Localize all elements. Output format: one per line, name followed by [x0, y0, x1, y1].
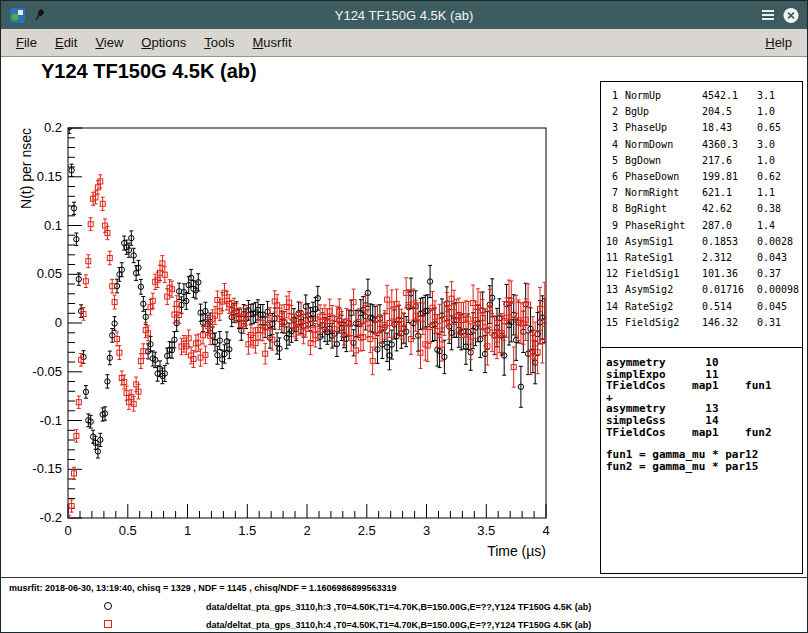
param-row: 2BgUp204.51.0	[604, 104, 799, 120]
menu-edit[interactable]: Edit	[46, 30, 86, 55]
svg-text:0.15: 0.15	[37, 169, 62, 184]
svg-text:1.5: 1.5	[238, 523, 256, 538]
window-menu-icon[interactable]	[760, 7, 776, 23]
pin-icon[interactable]	[32, 7, 48, 23]
status-strip: musrfit: 2018-06-30, 13:19:40, chisq = 1…	[1, 577, 807, 632]
svg-text:-0.15: -0.15	[32, 461, 62, 476]
legend-entry-h4: data/deltat_pta_gps_3110,h:4 ,T0=4.50K,T…	[1, 617, 807, 633]
menu-tools[interactable]: Tools	[195, 30, 243, 55]
param-row: 3PhaseUp18.430.65	[604, 120, 799, 136]
svg-text:3.5: 3.5	[477, 523, 495, 538]
theory-box: asymmetry 10 simplExpo 11 TFieldCos map1…	[600, 348, 803, 574]
chart[interactable]: 00.511.522.533.54-0.2-0.15-0.1-0.0500.05…	[1, 58, 601, 578]
svg-text:0: 0	[55, 315, 62, 330]
window-title: Y124 TF150G 4.5K (ab)	[55, 8, 753, 23]
param-row: 4NormDown4360.33.0	[604, 137, 799, 153]
svg-text:-0.1: -0.1	[40, 413, 62, 428]
svg-text:0.2: 0.2	[44, 120, 62, 135]
param-row: 15FieldSig2146.320.31	[604, 315, 799, 331]
param-row: 14RateSig20.5140.045	[604, 299, 799, 315]
menu-help[interactable]: Help	[756, 30, 801, 55]
param-row: 7NormRight621.11.1	[604, 185, 799, 201]
svg-text:0.05: 0.05	[37, 266, 62, 281]
plot-canvas[interactable]: Y124 TF150G 4.5K (ab) 00.511.522.533.54-…	[1, 58, 807, 632]
svg-text:0.1: 0.1	[44, 218, 62, 233]
svg-text:-0.2: -0.2	[40, 510, 62, 525]
open-circle-marker-icon	[104, 602, 112, 610]
param-row: 10AsymSig10.18530.0028	[604, 234, 799, 250]
param-row: 1NormUp4542.13.1	[604, 88, 799, 104]
svg-text:-0.05: -0.05	[32, 364, 62, 379]
svg-text:0.5: 0.5	[119, 523, 137, 538]
svg-text:3: 3	[423, 523, 430, 538]
legend-entry-h3: data/deltat_pta_gps_3110,h:3 ,T0=4.50K,T…	[1, 599, 807, 615]
param-row: 6PhaseDown199.810.62	[604, 169, 799, 185]
param-row: 9PhaseRight287.01.4	[604, 218, 799, 234]
param-row: 8BgRight42.620.38	[604, 201, 799, 217]
menu-view[interactable]: View	[86, 30, 132, 55]
svg-text:Time (µs): Time (µs)	[487, 543, 546, 559]
param-table-body: 1NormUp4542.13.12BgUp204.51.03PhaseUp18.…	[604, 88, 799, 331]
svg-text:4: 4	[542, 523, 549, 538]
svg-text:1: 1	[184, 523, 191, 538]
param-row: 11RateSig12.3120.043	[604, 250, 799, 266]
menubar: FileEditViewOptionsToolsMusrfit Help	[1, 29, 807, 57]
functions-text: fun1 = gamma_mu * par12 fun2 = gamma_mu …	[606, 449, 797, 472]
menubar-items: FileEditViewOptionsToolsMusrfit	[7, 30, 301, 55]
param-row: 13AsymSig20.017160.00098	[604, 282, 799, 298]
svg-text:0: 0	[64, 523, 71, 538]
svg-text:2: 2	[303, 523, 310, 538]
titlebar[interactable]: Y124 TF150G 4.5K (ab)	[1, 1, 807, 29]
open-square-marker-icon	[104, 620, 112, 628]
app-icon	[9, 7, 25, 23]
menu-file[interactable]: File	[7, 30, 46, 55]
menu-options[interactable]: Options	[132, 30, 195, 55]
legend-label: data/deltat_pta_gps_3110,h:4 ,T0=4.50K,T…	[206, 620, 591, 630]
param-row: 12FieldSig1101.360.37	[604, 266, 799, 282]
fit-status-text: musrfit: 2018-06-30, 13:19:40, chisq = 1…	[9, 583, 396, 593]
app-window: Y124 TF150G 4.5K (ab) FileEditViewOption…	[0, 0, 808, 633]
parameter-box: 1NormUp4542.13.12BgUp204.51.03PhaseUp18.…	[600, 81, 803, 348]
menu-musrfit[interactable]: Musrfit	[244, 30, 301, 55]
theory-text: asymmetry 10 simplExpo 11 TFieldCos map1…	[606, 357, 797, 438]
legend-label: data/deltat_pta_gps_3110,h:3 ,T0=4.50K,T…	[206, 602, 591, 612]
close-icon[interactable]	[783, 7, 799, 23]
param-row: 5BgDown217.61.0	[604, 153, 799, 169]
svg-text:N(t) per nsec: N(t) per nsec	[18, 128, 34, 209]
svg-text:2.5: 2.5	[358, 523, 376, 538]
